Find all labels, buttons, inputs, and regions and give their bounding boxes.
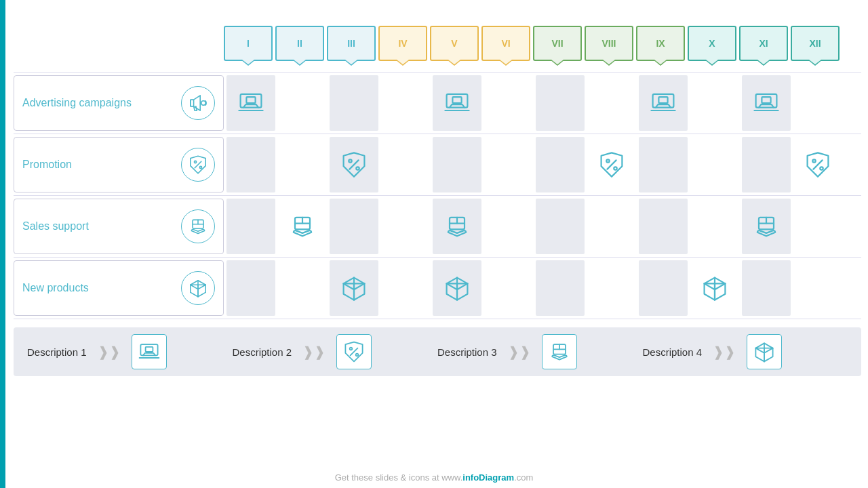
svg-rect-7 [452,97,461,103]
data-cell-r3-c1 [278,260,327,316]
data-cell-r1-c8 [639,137,688,192]
legend-label-0: Description 1 [27,346,87,358]
legend-arrow-2: ❱❱ [508,344,531,360]
data-cell-r1-c11 [793,137,842,192]
data-cell-r0-c10 [742,75,791,131]
row-label-text-1: Promotion [22,158,174,172]
svg-rect-13 [762,97,770,103]
data-cell-r2-c3 [381,199,430,254]
data-cell-r3-c3 [381,260,430,316]
table-row-1: Promotion [14,134,861,196]
svg-rect-11 [756,94,777,108]
main-container: IIIIIIIVVVIVIIVIIIIXXXIXII Advertising c… [14,14,861,481]
legend-item-2: Description 3❱❱ [437,334,643,369]
data-cell-r3-c0 [226,260,275,316]
legend-icon-percent-tag [336,334,372,369]
legend-item-3: Description 4❱❱ [643,334,848,369]
svg-rect-8 [653,94,674,108]
row-label-2: Sales support [14,199,224,254]
data-cell-r0-c8 [639,75,688,131]
row-icon-cube [181,271,215,305]
data-cell-r1-c10 [742,137,791,192]
month-header-VI: VI [481,26,530,61]
left-accent [0,0,5,488]
table-row-2: Sales support [14,196,861,258]
data-cell-r1-c2 [330,137,378,192]
row-icon-megaphone [181,86,215,120]
data-cell-r0-c6 [536,75,585,131]
data-cell-r1-c1 [278,137,327,192]
data-cell-r3-c11 [793,260,842,316]
svg-point-21 [614,167,616,169]
data-cell-r0-c2 [330,75,378,131]
calendar-area: IIIIIIIVVVIVIIVIIIIXXXIXII Advertising c… [14,26,861,319]
data-cell-r1-c0 [226,137,275,192]
cells-row-0 [226,73,861,134]
data-cell-r2-c8 [639,199,688,254]
row-label-3: New products [14,260,224,316]
row-icon-box-hand [181,209,215,243]
data-cell-r0-c11 [793,75,842,131]
svg-rect-50 [140,344,157,355]
data-cell-r2-c0 [226,199,275,254]
data-cell-r2-c7 [587,199,636,254]
data-cell-r1-c5 [484,137,533,192]
month-header-I: I [224,26,273,61]
month-header-IX: IX [636,26,685,61]
month-header-XI: XI [739,26,788,61]
data-cell-r0-c9 [690,75,739,131]
table-row-0: Advertising campaigns [14,73,861,134]
data-cell-r3-c8 [639,260,688,316]
data-cell-r0-c4 [433,75,481,131]
legend-icon-laptop [132,334,167,369]
table-row-3: New products [14,258,861,319]
svg-point-15 [199,166,201,168]
data-cell-r1-c9 [690,137,739,192]
data-cell-r3-c6 [536,260,585,316]
svg-rect-0 [191,100,194,106]
row-label-0: Advertising campaigns [14,75,224,131]
data-cell-r1-c3 [381,137,430,192]
data-cell-r1-c6 [536,137,585,192]
legend-label-1: Description 2 [233,346,292,358]
legend-label-3: Description 4 [643,346,703,358]
months-header: IIIIIIIVVVIVIIVIIIIXXXIXII [224,26,861,61]
svg-rect-2 [241,94,262,108]
svg-rect-52 [145,347,153,352]
cells-row-3 [226,258,861,319]
data-cell-r3-c10 [742,260,791,316]
legend-icon-cube [747,334,782,369]
row-label-text-3: New products [22,281,174,296]
month-header-XII: XII [791,26,840,61]
data-cell-r3-c4 [433,260,481,316]
svg-point-18 [356,167,359,169]
cells-row-2 [226,196,861,257]
data-cell-r3-c9 [690,260,739,316]
svg-rect-4 [246,97,255,103]
table-body: Advertising campaigns Promotion [14,72,861,319]
svg-point-53 [350,348,353,350]
svg-point-17 [349,159,351,162]
legend-arrow-1: ❱❱ [302,344,326,360]
svg-point-23 [812,159,815,162]
data-cell-r2-c4 [433,199,481,254]
svg-rect-5 [447,94,468,108]
month-header-III: III [327,26,376,61]
legend-arrow-0: ❱❱ [98,344,121,360]
data-cell-r3-c2 [330,260,378,316]
data-cell-r3-c5 [484,260,533,316]
svg-rect-10 [658,97,667,103]
row-icon-percent-tag [181,148,215,182]
data-cell-r3-c7 [587,260,636,316]
data-cell-r0-c5 [484,75,533,131]
legend-arrow-3: ❱❱ [713,344,736,360]
month-header-V: V [430,26,479,61]
data-cell-r2-c5 [484,199,533,254]
legend-icon-box-hand [542,334,577,369]
data-cell-r2-c1 [278,199,327,254]
legend-label-2: Description 3 [437,346,497,358]
row-label-text-0: Advertising campaigns [22,96,174,110]
footer-text: Get these slides & icons at www.infoDiag… [335,472,534,483]
svg-point-14 [194,161,196,163]
month-header-VIII: VIII [585,26,633,61]
